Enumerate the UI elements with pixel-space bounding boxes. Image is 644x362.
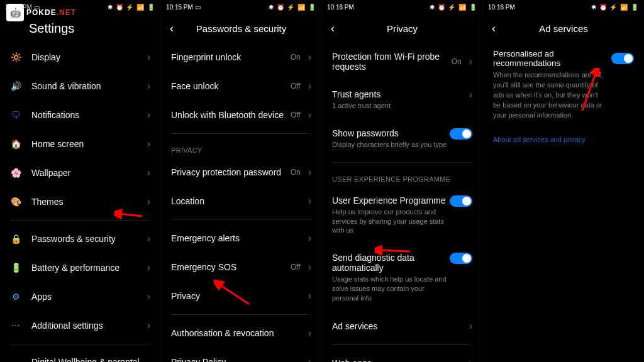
chevron-right-icon: › xyxy=(308,109,311,121)
additional-settings-icon: ⋯ xyxy=(10,320,21,331)
setting-label: Privacy Policy xyxy=(171,357,303,362)
chevron-right-icon: › xyxy=(308,290,311,302)
chevron-right-icon: › xyxy=(308,356,311,362)
status-icons: ✱ ⏰ ⚡ 📶 🔋 xyxy=(269,4,316,11)
divider xyxy=(10,220,150,221)
setting-send-diagnostic-data-automatically[interactable]: Send diagnostic data automaticallyUsage … xyxy=(322,244,482,312)
setting-label: Display xyxy=(31,52,142,62)
setting-label: Passwords & security xyxy=(31,234,142,244)
setting-themes[interactable]: 🎨Themes› xyxy=(0,187,160,216)
chevron-right-icon: › xyxy=(308,261,311,273)
setting-emergency-alerts[interactable]: Emergency alerts› xyxy=(161,224,321,253)
chevron-right-icon: › xyxy=(469,321,472,332)
setting-notifications[interactable]: 🗨Notifications› xyxy=(0,101,160,129)
setting-privacy[interactable]: Privacy› xyxy=(161,282,321,310)
setting-battery-performance[interactable]: 🔋Battery & performance› xyxy=(0,253,160,282)
setting-label: Protection from Wi-Fi probe requests xyxy=(332,52,452,72)
back-button[interactable]: ‹ xyxy=(492,22,496,35)
pokde-logo: 🤖 POKDE.NET xyxy=(3,3,80,23)
setting-fingerprint-unlock[interactable]: Fingerprint unlockOn› xyxy=(161,43,321,72)
chevron-right-icon: › xyxy=(147,80,150,92)
setting-unlock-with-bluetooth-device[interactable]: Unlock with Bluetooth deviceOff› xyxy=(161,101,321,129)
setting-authorisation-revocation[interactable]: Authorisation & revocation› xyxy=(161,319,321,348)
divider xyxy=(332,162,472,163)
about-link[interactable]: About ad services and privacy xyxy=(483,136,644,143)
status-bar: 10:16 PM ✱ ⏰ ⚡ 📶 🔋 xyxy=(483,0,644,14)
setting-value: Off xyxy=(291,82,301,90)
setting-sound-vibration[interactable]: 🔊Sound & vibration› xyxy=(0,72,160,101)
setting-value: On xyxy=(291,53,301,62)
wallpaper-icon: 🌸 xyxy=(10,167,21,178)
setting-label: Fingerprint unlock xyxy=(171,52,291,62)
status-bar: 10:15 PM ▭ ✱ ⏰ ⚡ 📶 🔋 xyxy=(161,0,321,14)
setting-label: Sound & vibration xyxy=(31,81,142,91)
setting-label: Digital Wellbeing & parental controls xyxy=(31,357,142,362)
setting-show-passwords[interactable]: Show passwordsDisplay characters briefly… xyxy=(322,119,482,158)
setting-description: Display characters briefly as you type xyxy=(332,140,450,150)
setting-passwords-security[interactable]: 🔒Passwords & security› xyxy=(0,224,160,253)
logo-avatar: 🤖 xyxy=(6,4,24,21)
setting-description: Help us improve our products and service… xyxy=(332,207,450,236)
back-button[interactable]: ‹ xyxy=(331,22,335,35)
logo-suffix: .NET xyxy=(57,8,76,17)
chevron-right-icon: › xyxy=(308,80,311,92)
chevron-right-icon: › xyxy=(308,52,311,63)
chevron-right-icon: › xyxy=(308,233,311,244)
notifications-icon: 🗨 xyxy=(10,109,21,121)
setting-face-unlock[interactable]: Face unlockOff› xyxy=(161,72,321,101)
setting-description: 1 active trust agent xyxy=(332,101,464,111)
setting-wallpaper[interactable]: 🌸Wallpaper› xyxy=(0,158,160,187)
passwords-security-icon: 🔒 xyxy=(10,233,21,244)
battery-performance-icon: 🔋 xyxy=(10,262,21,273)
setting-apps[interactable]: ⚙Apps› xyxy=(0,282,160,311)
logo-brand: POKDE xyxy=(26,8,57,17)
setting-ad-services[interactable]: Ad services› xyxy=(322,312,482,341)
setting-additional-settings[interactable]: ⋯Additional settings› xyxy=(0,311,160,340)
divider xyxy=(171,219,311,220)
divider xyxy=(171,133,311,134)
status-notif-icon: ▭ xyxy=(195,4,201,11)
back-button[interactable]: ‹ xyxy=(170,22,174,35)
chevron-right-icon: › xyxy=(308,195,311,207)
setting-personalised-ads[interactable]: Personalised ad recommendations xyxy=(483,43,644,74)
setting-privacy-policy[interactable]: Privacy Policy› xyxy=(161,348,321,362)
setting-emergency-sos[interactable]: Emergency SOSOff› xyxy=(161,253,321,282)
chevron-right-icon: › xyxy=(147,52,150,63)
setting-label: Personalised ad recommendations xyxy=(493,49,611,68)
setting-description: Usage stats which help us locate and sol… xyxy=(332,275,450,303)
setting-label: Privacy protection password xyxy=(171,167,291,177)
setting-label: Themes xyxy=(31,197,142,207)
panel-passwords-security: 10:15 PM ▭ ✱ ⏰ ⚡ 📶 🔋 ‹ Passwords & secur… xyxy=(161,0,322,362)
setting-home-screen[interactable]: 🏠Home screen› xyxy=(0,129,160,158)
apps-icon: ⚙ xyxy=(10,291,21,302)
setting-label: Location xyxy=(171,196,303,206)
setting-location[interactable]: Location› xyxy=(161,187,321,216)
setting-display[interactable]: 🔆Display› xyxy=(0,43,160,72)
page-title: Passwords & security xyxy=(196,23,286,34)
toggle-switch[interactable] xyxy=(450,128,472,140)
setting-digital-wellbeing-parental-controls[interactable]: ◐Digital Wellbeing & parental controls› xyxy=(0,348,160,362)
setting-label: Trust agents xyxy=(332,89,464,99)
setting-privacy-protection-password[interactable]: Privacy protection passwordOn› xyxy=(161,158,321,187)
sound-vibration-icon: 🔊 xyxy=(10,80,21,92)
toggle-switch[interactable] xyxy=(611,53,634,64)
page-title: Settings xyxy=(29,21,74,36)
toggle-switch[interactable] xyxy=(450,195,472,207)
chevron-right-icon: › xyxy=(147,320,150,331)
setting-label: Apps xyxy=(31,292,142,302)
setting-value: On xyxy=(452,57,462,66)
setting-protection-from-wi-fi-probe-requests[interactable]: Protection from Wi-Fi probe requestsOn› xyxy=(322,43,482,80)
toggle-switch[interactable] xyxy=(450,253,472,264)
status-time: 10:16 PM xyxy=(488,4,515,11)
status-time: 10:15 PM xyxy=(166,4,193,11)
status-bar: 10:16 PM ✱ ⏰ ⚡ 📶 🔋 xyxy=(322,0,482,14)
page-title: Ad services xyxy=(539,23,588,34)
setting-web-apps[interactable]: Web apps› xyxy=(322,349,482,362)
section-header: PRIVACY xyxy=(161,138,321,158)
setting-label: Authorisation & revocation xyxy=(171,328,303,338)
setting-trust-agents[interactable]: Trust agents1 active trust agent› xyxy=(322,80,482,119)
setting-label: Send diagnostic data automatically xyxy=(332,253,450,273)
setting-label: Battery & performance xyxy=(31,263,142,273)
setting-user-experience-programme[interactable]: User Experience ProgrammeHelp us improve… xyxy=(322,187,482,244)
setting-label: Home screen xyxy=(31,139,142,149)
